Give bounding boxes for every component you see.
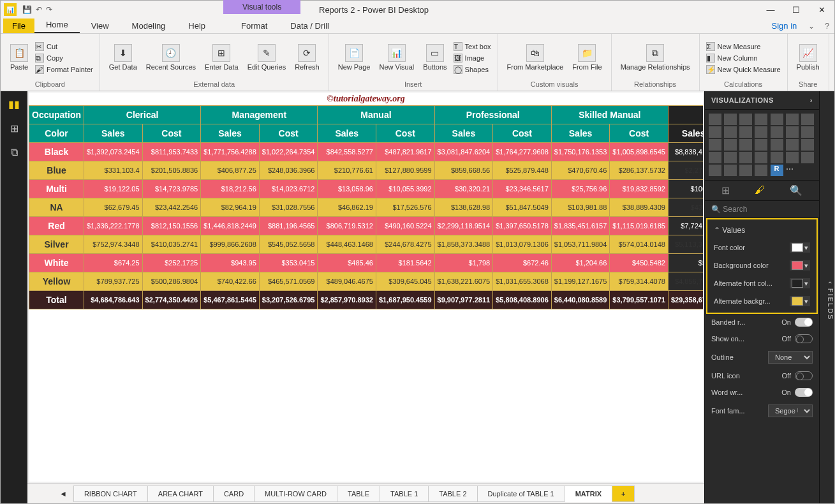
table-row[interactable]: White$674.25$252.1725$943.95$353.0415$48… <box>29 254 704 272</box>
viz-type-icon[interactable] <box>709 126 721 138</box>
page-tab[interactable]: Duplicate of TABLE 1 <box>477 485 565 502</box>
table-row[interactable]: Multi$19,122.05$14,723.9785$18,212.56$14… <box>29 180 704 198</box>
viz-type-icon[interactable] <box>739 114 752 125</box>
viz-type-icon[interactable] <box>801 114 814 125</box>
viz-type-icon[interactable] <box>739 152 752 163</box>
viz-type-icon[interactable] <box>739 165 752 176</box>
table-row[interactable]: Black$1,392,073.2454$811,953.7433$1,771,… <box>29 143 704 161</box>
viz-type-icon[interactable] <box>786 152 799 163</box>
group-header[interactable]: Management <box>201 106 318 124</box>
new-measure-button[interactable]: ΣNew Measure <box>705 41 782 52</box>
viz-type-icon[interactable] <box>771 114 783 125</box>
new-quick-measure-button[interactable]: ⚡New Quick Measure <box>705 64 782 75</box>
viz-type-icon[interactable] <box>724 126 737 138</box>
viz-type-icon[interactable] <box>724 114 737 125</box>
add-page-button[interactable]: + <box>612 485 635 502</box>
view-tab[interactable]: View <box>80 19 121 33</box>
viz-type-icon[interactable] <box>724 139 737 151</box>
viz-type-icon[interactable] <box>786 114 799 125</box>
url-icon-toggle[interactable] <box>795 371 813 380</box>
viz-type-icon[interactable] <box>771 139 783 151</box>
help-tab[interactable]: Help <box>177 19 217 33</box>
format-painter-button[interactable]: 🖌Format Painter <box>34 64 94 75</box>
sub-header[interactable]: Cost <box>376 124 434 143</box>
undo-icon[interactable]: ↶ <box>36 5 42 14</box>
textbox-button[interactable]: TText box <box>452 41 492 52</box>
new-page-button[interactable]: 📄New Page <box>334 43 374 72</box>
viz-type-icon[interactable] <box>755 165 767 176</box>
from-marketplace-button[interactable]: 🛍From Marketplace <box>503 43 568 72</box>
format-tab-icon[interactable]: 🖌 <box>755 184 765 196</box>
from-file-button[interactable]: 📁From File <box>568 43 605 72</box>
sub-header[interactable]: Sales <box>434 124 493 143</box>
page-tab[interactable]: RIBBON CHART <box>73 485 148 502</box>
recent-sources-button[interactable]: 🕘Recent Sources <box>142 43 200 72</box>
viz-type-icon[interactable] <box>771 152 783 163</box>
chevron-down-icon[interactable]: ⌄ <box>803 19 820 33</box>
search-input[interactable]: 🔍 Search <box>705 201 819 218</box>
shapes-button[interactable]: ◯Shapes <box>452 64 492 75</box>
cut-button[interactable]: ✂Cut <box>34 41 94 52</box>
new-visual-button[interactable]: 📊New Visual <box>375 43 418 72</box>
viz-type-icon[interactable] <box>739 126 752 138</box>
sign-in-link[interactable]: Sign in <box>765 19 804 33</box>
banded-rows-toggle[interactable] <box>795 318 813 327</box>
viz-type-icon[interactable] <box>709 139 721 151</box>
image-button[interactable]: 🖼Image <box>452 53 492 63</box>
redo-icon[interactable]: ↷ <box>46 5 52 14</box>
datadrill-tab[interactable]: Data / Drill <box>279 19 341 33</box>
report-view-icon[interactable]: ▮▮ <box>6 96 22 112</box>
viz-type-icon[interactable] <box>801 139 814 151</box>
viz-type-icon[interactable] <box>724 152 737 163</box>
manage-relationships-button[interactable]: ⧉Manage Relationships <box>617 43 694 72</box>
page-tab[interactable]: CARD <box>213 485 255 502</box>
values-section-header[interactable]: ⌃ Values <box>707 222 817 239</box>
font-family-select[interactable]: Segoe UI <box>768 404 813 417</box>
new-column-button[interactable]: ▮New Column <box>705 53 782 63</box>
modeling-tab[interactable]: Modeling <box>121 19 177 33</box>
publish-button[interactable]: 📈Publish <box>793 43 824 72</box>
viz-type-icon[interactable] <box>709 152 721 163</box>
viz-type-icon[interactable] <box>709 165 721 176</box>
page-tab[interactable]: TABLE <box>337 485 380 502</box>
file-tab[interactable]: File <box>3 19 34 33</box>
matrix-visual[interactable]: OccupationClericalManagementManualProfes… <box>29 105 703 309</box>
word-wrap-toggle[interactable] <box>795 388 813 397</box>
show-on-toggle[interactable] <box>795 334 813 343</box>
group-header[interactable]: Clerical <box>84 106 201 124</box>
viz-type-icon[interactable] <box>801 126 814 138</box>
report-canvas[interactable]: ©tutorialgateway.org OccupationClericalM… <box>29 93 703 482</box>
group-header[interactable]: Professional <box>434 106 551 124</box>
data-view-icon[interactable]: ⊞ <box>6 121 22 136</box>
close-button[interactable]: ✕ <box>809 1 834 19</box>
edit-queries-button[interactable]: ✎Edit Queries <box>244 43 290 72</box>
paste-button[interactable]: 📋Paste <box>6 43 33 72</box>
sub-header[interactable]: Sales <box>84 124 143 143</box>
viz-type-icon[interactable] <box>755 152 767 163</box>
fields-tab-icon[interactable]: ⊞ <box>721 184 730 196</box>
get-data-button[interactable]: ⬇Get Data <box>105 43 141 72</box>
table-row[interactable]: Yellow$789,937.725$500,286.9804$740,422.… <box>29 272 704 291</box>
page-tab[interactable]: TABLE 2 <box>428 485 477 502</box>
viz-type-icon[interactable] <box>709 114 721 125</box>
viz-type-icon[interactable] <box>739 139 752 151</box>
format-tab[interactable]: Format <box>230 19 279 33</box>
fields-pane-collapsed[interactable]: ‹ FIELDS <box>819 91 834 503</box>
group-header[interactable]: Skilled Manual <box>551 106 668 124</box>
home-tab[interactable]: Home <box>34 17 80 33</box>
maximize-button[interactable]: ☐ <box>783 1 809 19</box>
viz-type-icon[interactable] <box>755 139 767 151</box>
analytics-tab-icon[interactable]: 🔍 <box>790 184 802 196</box>
viz-more-icon[interactable]: ⋯ <box>786 165 799 176</box>
enter-data-button[interactable]: ⊞Enter Data <box>201 43 242 72</box>
viz-type-icon[interactable] <box>786 126 799 138</box>
outline-select[interactable]: None <box>768 351 813 364</box>
sub-header[interactable]: Cost <box>142 124 201 143</box>
save-icon[interactable]: 💾 <box>22 5 32 14</box>
page-tab[interactable]: TABLE 1 <box>380 485 429 502</box>
sub-header[interactable]: Cost <box>259 124 318 143</box>
sub-header[interactable]: Sales <box>551 124 610 143</box>
collapse-viz-icon[interactable]: › <box>810 96 813 104</box>
copy-button[interactable]: ⧉Copy <box>34 53 94 63</box>
buttons-button[interactable]: ▭Buttons <box>419 43 450 72</box>
